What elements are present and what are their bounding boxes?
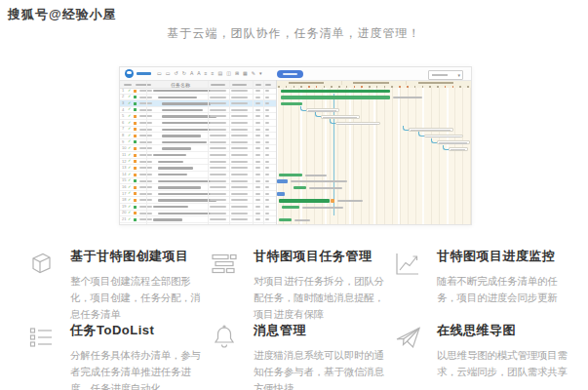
chevron-down-icon: ▾ [457, 72, 460, 78]
page-tagline: 基于云端，团队协作，任务清单，进度管理！ [0, 25, 588, 42]
feature-description: 分解任务具体待办清单，参与者完成任务清单推进任务进度，任务进度自动化 [70, 347, 201, 390]
table-gantt-divider[interactable] [276, 80, 277, 224]
feature-text: 甘特图项目任务管理对项目进行任务拆分，团队分配任务，随时随地消息提醒，项目进度有… [254, 247, 384, 311]
toolbar-icon[interactable]: ▤ [217, 71, 222, 76]
feature-block: 甘特图项目进度监控随着不断完成任务清单的任务，项目的进度会同步更新 [391, 247, 574, 311]
feature-grid: 基于甘特图创建项目整个项目创建流程全部图形化，项目创建，任务分配，消息任务清单甘… [24, 247, 574, 385]
toolbar-icons: ▭▭↺↻AA≡≡▤◫⊞▦✎▾ [157, 67, 262, 80]
todo-list-icon [26, 323, 56, 352]
toolbar-icon[interactable]: ▾ [259, 71, 262, 76]
progress-cat-logo [125, 69, 134, 78]
trend-chart-icon [393, 249, 422, 278]
toolbar-icon[interactable]: ▭ [157, 71, 162, 76]
toolbar-icon[interactable]: A [197, 71, 200, 76]
feature-block: 基于甘特图创建项目整个项目创建流程全部图形化，项目创建，任务分配，消息任务清单 [24, 247, 208, 311]
feature-text: 甘特图项目进度监控随着不断完成任务清单的任务，项目的进度会同步更新 [437, 247, 568, 311]
feature-block: 消息管理进度猫消息系统可以即时的通知任务参与者，基于微信消息方便快捷 [208, 321, 391, 385]
toolbar-icon[interactable]: ↻ [182, 71, 186, 76]
feature-description: 以思维导图的模式管理项目需求，云端同步，团队需求共享 [437, 347, 568, 380]
toolbar-icon[interactable]: ▦ [243, 71, 248, 76]
feature-text: 基于甘特图创建项目整个项目创建流程全部图形化，项目创建，任务分配，消息任务清单 [70, 247, 201, 311]
feature-title: 基于甘特图创建项目 [70, 248, 201, 265]
paper-plane-icon [393, 323, 422, 352]
feature-title: 任务ToDoList [70, 322, 201, 339]
app-toolbar: ▭▭↺↻AA≡≡▤◫⊞▦✎▾ ▾ [120, 67, 471, 81]
timeline-sections [276, 81, 471, 85]
feature-description: 随着不断完成任务清单的任务，项目的进度会同步更新 [437, 273, 568, 306]
toolbar-icon[interactable]: A [190, 71, 193, 76]
toolbar-icon[interactable]: ↺ [174, 71, 177, 76]
cube-icon [26, 249, 56, 278]
feature-title: 消息管理 [254, 322, 384, 339]
toolbar-icon[interactable]: ✎ [252, 71, 255, 76]
watermark: 搜狐号@经验小屋 [8, 6, 117, 23]
app-screenshot: ▭▭↺↻AA≡≡▤◫⊞▦✎▾ ▾ 任务名称 1✓2✓3✓4✓5✓6✓7✓8✓9✓… [119, 66, 472, 225]
feature-block: 任务ToDoList分解任务具体待办清单，参与者完成任务清单推进任务进度，任务进… [24, 321, 208, 385]
feature-title: 甘特图项目任务管理 [254, 248, 384, 265]
toolbar-icon[interactable]: ◫ [226, 71, 231, 76]
toolbar-icon[interactable]: ▭ [166, 71, 171, 76]
feature-text: 在线思维导图以思维导图的模式管理项目需求，云端同步，团队需求共享 [437, 321, 568, 385]
page: 搜狐号@经验小屋 基于云端，团队协作，任务清单，进度管理！ ▭▭↺↻AA≡≡▤◫… [0, 0, 588, 390]
toolbar-icon[interactable]: ≡ [211, 71, 214, 76]
feature-title: 甘特图项目进度监控 [437, 248, 568, 265]
view-select-dropdown[interactable]: ▾ [428, 70, 463, 80]
feature-block: 在线思维导图以思维导图的模式管理项目需求，云端同步，团队需求共享 [391, 321, 574, 385]
feature-description: 对项目进行任务拆分，团队分配任务，随时随地消息提醒，项目进度有保障 [254, 273, 384, 323]
feature-title: 在线思维导图 [437, 322, 568, 339]
feature-description: 整个项目创建流程全部图形化，项目创建，任务分配，消息任务清单 [70, 273, 201, 323]
feature-text: 消息管理进度猫消息系统可以即时的通知任务参与者，基于微信消息方便快捷 [254, 321, 384, 385]
gantt-body [276, 88, 471, 224]
logo-wordmark [137, 72, 151, 75]
blue-pill-button[interactable] [277, 70, 303, 78]
feature-text: 任务ToDoList分解任务具体待办清单，参与者完成任务清单推进任务进度，任务进… [70, 321, 201, 385]
toolbar-icon[interactable]: ≡ [205, 71, 208, 76]
feature-description: 进度猫消息系统可以即时的通知任务参与者，基于微信消息方便快捷 [254, 347, 384, 390]
toolbar-icon[interactable]: ⊞ [235, 71, 239, 76]
task-name-column-header: 任务名称 [171, 82, 190, 88]
bell-icon [210, 323, 239, 352]
gantt-bars-icon [210, 249, 239, 278]
feature-block: 甘特图项目任务管理对项目进行任务拆分，团队分配任务，随时随地消息提醒，项目进度有… [208, 247, 391, 311]
